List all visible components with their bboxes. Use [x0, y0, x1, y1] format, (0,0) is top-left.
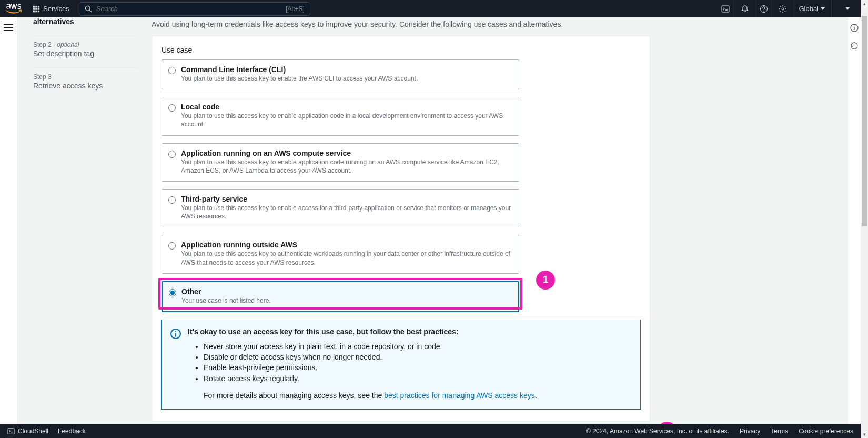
option-cli-radio[interactable]: [168, 67, 176, 74]
option-other-radio[interactable]: [169, 289, 176, 296]
info-bullet: Never store your access key in plain tex…: [204, 341, 632, 352]
terminal-icon: [721, 5, 730, 13]
option-outside-aws[interactable]: Application running outside AWS You plan…: [162, 235, 519, 273]
info-bullet: Disable or delete access keys when no lo…: [204, 352, 632, 362]
cookies-link[interactable]: Cookie preferences: [799, 427, 853, 435]
scroll-down-arrow[interactable]: ▾: [861, 431, 868, 438]
services-menu[interactable]: Services: [28, 0, 74, 17]
option-other-title: Other: [181, 287, 271, 296]
best-practices-info: It's okay to use an access key for this …: [161, 320, 641, 410]
scroll-thumb[interactable]: [862, 16, 867, 226]
option-aws-compute[interactable]: Application running on an AWS compute se…: [162, 143, 519, 182]
option-outside-aws-radio[interactable]: [168, 242, 176, 250]
region-label: Global: [799, 5, 819, 13]
use-case-panel: Use case Command Line Interface (CLI) Yo…: [152, 36, 650, 422]
region-selector[interactable]: Global: [792, 0, 831, 17]
cloudshell-icon-button[interactable]: [716, 0, 735, 17]
svg-rect-2: [722, 6, 729, 12]
info-icon: [170, 328, 181, 340]
option-aws-compute-radio[interactable]: [168, 151, 176, 158]
services-label: Services: [43, 5, 69, 13]
option-cli-title: Command Line Interface (CLI): [181, 65, 418, 74]
option-outside-aws-title: Application running outside AWS: [181, 241, 512, 249]
help-icon: [760, 5, 768, 13]
search-hint: [Alt+S]: [286, 5, 305, 13]
search-input[interactable]: [96, 5, 286, 13]
option-aws-compute-desc: You plan to use this access key to enabl…: [181, 158, 512, 175]
account-menu[interactable]: [831, 0, 863, 17]
info-bullet: Rotate access keys regularly.: [204, 373, 632, 384]
top-nav: Services [Alt+S] Global: [0, 0, 868, 17]
info-bullets: Never store your access key in plain tex…: [204, 341, 632, 384]
help-button[interactable]: [754, 0, 773, 17]
svg-rect-9: [8, 428, 14, 434]
wizard-steps: alternatives Step 2 - optional Set descr…: [33, 17, 136, 99]
info-title: It's okay to use an access key for this …: [188, 327, 632, 336]
browser-scrollbar[interactable]: ▴ ▾: [861, 0, 868, 438]
option-third-party[interactable]: Third-party service You plan to use this…: [162, 189, 519, 227]
wizard-step1-name: alternatives: [33, 17, 136, 26]
option-local-code-desc: You plan to use this access key to enabl…: [181, 112, 512, 128]
cloudshell-button[interactable]: CloudShell: [7, 427, 48, 435]
search-box[interactable]: [Alt+S]: [79, 2, 310, 16]
wizard-step2-name[interactable]: Set description tag: [33, 49, 136, 58]
copyright: © 2024, Amazon Web Services, Inc. or its…: [586, 427, 729, 435]
option-local-code[interactable]: Local code You plan to use this access k…: [162, 97, 519, 135]
content-area: Avoid using long-term credentials like a…: [152, 17, 841, 424]
info-dock-icon[interactable]: [850, 24, 859, 32]
caret-down-icon: [845, 7, 850, 11]
svg-point-0: [85, 6, 90, 11]
svg-rect-7: [175, 333, 176, 336]
feedback-link[interactable]: Feedback: [58, 427, 86, 435]
hamburger-icon[interactable]: [4, 24, 13, 31]
info-foot: For more details about managing access k…: [204, 391, 632, 400]
option-local-code-radio[interactable]: [168, 104, 176, 112]
footer: CloudShell Feedback © 2024, Amazon Web S…: [0, 424, 861, 438]
caret-down-icon: [821, 7, 825, 11]
wizard-step3-name: Retrieve access keys: [33, 82, 136, 90]
terminal-icon: [7, 427, 15, 435]
option-other-desc: Your use case is not listed here.: [181, 296, 271, 305]
refresh-dock-icon[interactable]: [850, 42, 859, 50]
svg-point-4: [782, 8, 784, 10]
right-dock: [847, 17, 861, 424]
scroll-up-arrow[interactable]: ▴: [861, 0, 868, 7]
gear-icon: [779, 5, 787, 13]
notifications-button[interactable]: [735, 0, 754, 17]
settings-button[interactable]: [773, 0, 792, 17]
option-cli-desc: You plan to use this access key to enabl…: [181, 74, 418, 83]
svg-rect-8: [175, 331, 176, 332]
section-title: Use case: [162, 46, 640, 54]
grid-icon: [33, 5, 40, 13]
option-cli[interactable]: Command Line Interface (CLI) You plan to…: [162, 59, 519, 89]
option-other[interactable]: Other Your use case is not listed here.: [162, 281, 519, 312]
option-local-code-title: Local code: [181, 103, 512, 111]
info-bullet: Enable least-privilege permissions.: [204, 362, 632, 373]
wizard-step3-label: Step 3: [33, 73, 136, 81]
bell-icon: [741, 5, 749, 13]
option-third-party-radio[interactable]: [168, 196, 176, 204]
sidebar-toggle-column: [0, 17, 17, 424]
aws-logo: [5, 4, 22, 14]
privacy-link[interactable]: Privacy: [740, 427, 760, 435]
wizard-step2-label: Step 2 - optional: [33, 41, 136, 48]
option-outside-aws-desc: You plan to use this access key to authe…: [181, 250, 512, 266]
option-third-party-desc: You plan to use this access key to enabl…: [181, 204, 512, 221]
option-aws-compute-title: Application running on an AWS compute se…: [181, 149, 512, 157]
terms-link[interactable]: Terms: [771, 427, 788, 435]
search-icon: [85, 5, 92, 13]
annotation-1-badge: 1: [536, 271, 555, 290]
option-third-party-title: Third-party service: [181, 195, 512, 203]
intro-text: Avoid using long-term credentials like a…: [152, 20, 841, 28]
main-region: alternatives Step 2 - optional Set descr…: [17, 17, 847, 424]
best-practices-link[interactable]: best practices for managing AWS access k…: [384, 391, 535, 400]
svg-line-1: [89, 10, 92, 12]
